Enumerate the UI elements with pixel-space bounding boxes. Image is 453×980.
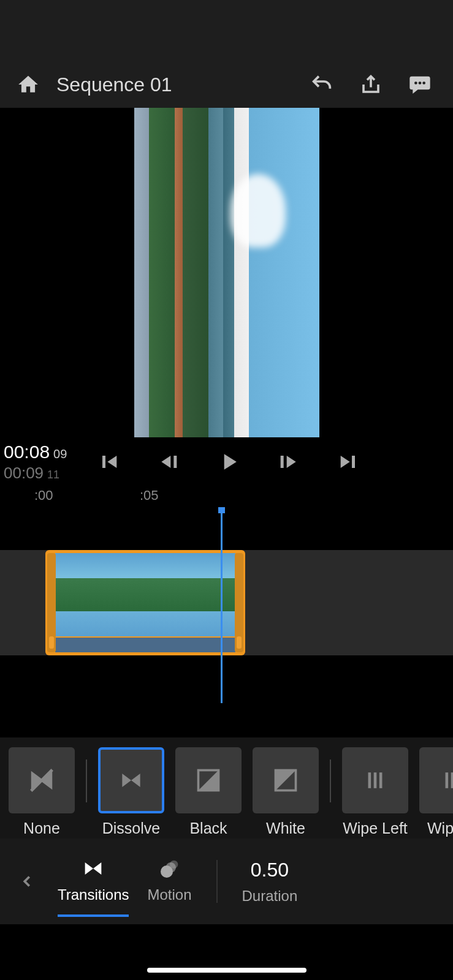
back-icon[interactable] [15, 872, 39, 891]
transition-wipe-right[interactable]: Wipe R [419, 747, 453, 837]
transition-none[interactable]: None [9, 747, 75, 837]
status-bar [0, 0, 453, 61]
clip-thumbnails [55, 553, 235, 636]
total-frames: 11 [47, 469, 59, 481]
svg-point-2 [422, 81, 425, 85]
duration-control[interactable]: 0.50 Duration [242, 859, 298, 905]
share-icon[interactable] [357, 71, 384, 98]
bottom-tabs: Transitions Motion 0.50 Duration [0, 839, 453, 924]
timecode[interactable]: 00:08 09 00:09 11 [4, 442, 77, 483]
skip-end-icon[interactable] [333, 447, 364, 477]
duration-value: 0.50 [251, 859, 289, 881]
home-indicator[interactable] [147, 968, 306, 973]
transition-label: None [23, 820, 60, 837]
playhead[interactable] [221, 507, 223, 703]
comment-icon[interactable] [406, 71, 433, 98]
divider [216, 860, 218, 903]
video-clip[interactable] [45, 550, 245, 655]
tab-label: Motion [147, 886, 191, 903]
transition-label: Wipe R [427, 820, 453, 837]
transitions-list[interactable]: None Dissolve Black White Wipe Left Wipe… [0, 737, 453, 839]
preview-frame [134, 108, 319, 437]
transition-white[interactable]: White [253, 747, 319, 837]
timeline-ruler[interactable]: :00 :05 [0, 486, 453, 507]
frame-back-icon[interactable] [153, 447, 184, 477]
svg-point-0 [414, 81, 417, 85]
transition-black[interactable]: Black [175, 747, 242, 837]
ruler-mark-0: :00 [34, 488, 53, 503]
timeline[interactable] [0, 507, 453, 703]
play-icon[interactable] [213, 447, 244, 477]
svg-point-14 [170, 861, 178, 869]
playback-controls: 00:08 09 00:09 11 [0, 437, 453, 486]
ruler-mark-5: :05 [140, 488, 159, 503]
clip-trim-right[interactable] [235, 553, 243, 652]
clip-trim-left[interactable] [47, 553, 56, 652]
transition-label: Wipe Left [343, 820, 408, 837]
duration-label: Duration [242, 888, 298, 905]
sequence-title[interactable]: Sequence 01 [56, 74, 299, 96]
current-time: 00:08 [4, 442, 50, 462]
divider [330, 747, 331, 802]
skip-start-icon[interactable] [93, 447, 124, 477]
transition-label: Black [189, 820, 227, 837]
frame-forward-icon[interactable] [273, 447, 304, 477]
motion-icon [157, 856, 183, 881]
transitions-icon [80, 856, 106, 881]
divider [86, 747, 87, 802]
svg-point-1 [419, 81, 422, 85]
current-frames: 09 [53, 447, 67, 461]
video-preview[interactable] [0, 108, 453, 437]
transition-dissolve[interactable]: Dissolve [98, 747, 164, 837]
total-time: 00:09 [4, 464, 44, 483]
transition-label: Dissolve [102, 820, 160, 837]
tab-motion[interactable]: Motion [147, 856, 191, 907]
tab-transitions[interactable]: Transitions [58, 856, 129, 907]
transition-label: White [266, 820, 305, 837]
home-icon[interactable] [15, 71, 42, 98]
undo-icon[interactable] [308, 71, 335, 98]
clip-audio-waveform [55, 638, 235, 652]
top-bar: Sequence 01 [0, 61, 453, 108]
tab-label: Transitions [58, 886, 129, 903]
transition-wipe-left[interactable]: Wipe Left [342, 747, 408, 837]
spacer [0, 703, 453, 737]
